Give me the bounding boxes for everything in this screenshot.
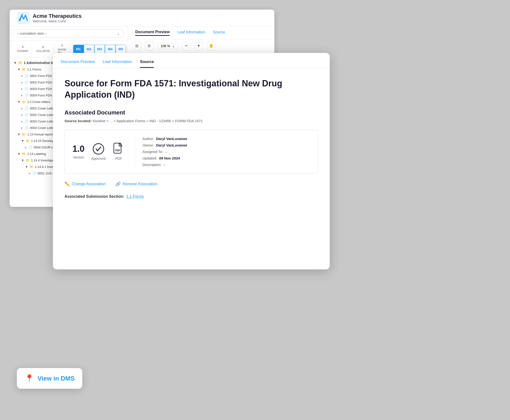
zoom-value: 108 % [160,44,170,48]
app-name: Acme Therapeutics [33,13,82,19]
link-off-icon: 🔗 [115,181,121,187]
collapse-label: COLLAPSE [36,50,50,52]
toc-file-label: 0004 DSUR n... [34,146,56,149]
associated-section-label: Associated Submission Section: [64,194,124,198]
bg-tab-leaf-information[interactable]: Leaf Information [177,30,205,35]
folder-icon: 📁 [26,139,30,143]
source-path: Kivotine > ... > Application Forms > IND… [93,119,203,123]
play-icon: ▶ [21,107,23,110]
file-icon: 📄 [28,146,32,149]
chevron-down-icon: ⌄ [172,44,175,48]
location-pin-icon: 📍 [24,374,34,383]
bg-tab-source[interactable]: Source [213,30,225,35]
document-alt-button[interactable]: 🗎 [145,42,153,50]
pdf-badge: PDF PDF [112,143,125,160]
assigned-value: – [165,150,167,154]
folder-arrow-icon: ▼ [14,61,17,65]
view-dms-label: View in DMS [38,375,75,382]
play-icon: ▶ [21,88,23,90]
toc-item-label: 1.2 Cover letters [27,100,50,104]
zoom-out-button[interactable]: − [182,42,191,50]
play-icon: ▶ [21,127,23,129]
pencil-icon: ✏️ [64,181,70,187]
m-tabs: M1 M2 M3 M4 M5 [73,45,126,53]
folder-arrow-icon: ▼ [17,68,21,71]
folder-icon: 📁 [18,61,22,65]
zoom-in-button[interactable]: + [194,42,203,50]
folder-arrow-icon: ▼ [21,139,24,143]
bg-document-tabs: Document Preview Leaf Information Source [128,26,274,39]
toc-item-label: 1.1 Forms [27,68,41,71]
tab-m3[interactable]: M3 [94,45,105,53]
associated-section: Associated Submission Section: 1.1 Forms [64,194,318,199]
updated-row: Updated: 09 Nov 2024 [143,156,187,160]
file-icon: 📄 [24,94,28,97]
file-icon: 📄 [24,81,28,84]
source-located-label: Source located: [64,119,92,123]
file-icon: 📄 [32,172,36,175]
file-icon: 📄 [24,87,28,91]
zoom-control[interactable]: 108 % ⌄ [157,43,178,49]
app-title-block: Acme Therapeutics Welcome, Marie Curie [33,13,82,23]
toc-item-label: 1.14 Labeling [27,152,46,156]
folder-icon: 📁 [22,152,26,156]
columns-button[interactable]: ⊞ [132,42,141,50]
associated-section-link[interactable]: 1.1 Forms [126,194,144,198]
tab-m4[interactable]: M4 [105,45,115,53]
main-source-panel: Document Preview Leaf Information Source… [53,53,330,270]
document-card: 1.0 Version Approved [64,130,318,174]
assigned-label: Assigned To: [143,150,163,154]
folder-arrow-icon: ▼ [17,133,21,136]
author-label: Author: [143,137,154,141]
tab-m5[interactable]: M5 [115,45,126,53]
expand-button[interactable]: ⇅ EXPAND [14,44,32,54]
file-icon: 📄 [24,106,28,110]
app-logo: Acme Therapeutics Welcome, Marie Curie [17,12,82,24]
expand-label: EXPAND [17,50,28,52]
main-tab-leaf-information[interactable]: Leaf Information [103,60,132,68]
owner-row: Owner: Daryl VanLuvanee [143,143,187,147]
remove-association-link[interactable]: 🔗 Remove Association [115,181,157,187]
play-icon: ▶ [21,94,23,97]
play-icon: ▶ [21,81,23,84]
preview-toolbar: ⊞ 🗎 108 % ⌄ − + ✋ [128,39,274,53]
main-tab-source[interactable]: Source [140,60,154,68]
approved-label: Approved [91,157,106,160]
view-in-dms-popup[interactable]: 📍 View in DMS [17,368,82,389]
updated-label: Updated: [143,156,157,160]
tab-m1[interactable]: M1 [73,45,84,53]
source-title: Source for Form FDA 1571: Investigationa… [64,78,318,101]
version-value: 1.0 [72,144,84,154]
remove-association-label: Remove Association [122,182,157,186]
change-association-link[interactable]: ✏️ Change Association [64,181,106,187]
file-icon: 📄 [24,126,28,130]
action-links: ✏️ Change Association 🔗 Remove Associati… [64,181,318,187]
author-row: Author: Daryl VanLuvanee [143,137,187,141]
owner-label: Owner: [143,143,154,147]
app-logo-icon [17,12,30,24]
bg-tab-document-preview[interactable]: Document Preview [135,30,170,36]
owner-value: Daryl VanLuvanee [156,143,187,147]
file-icon: 📄 [24,74,28,78]
svg-text:PDF: PDF [115,149,120,152]
toc-item-label: 1.13 Annual report [27,133,53,136]
folder-arrow-icon: ▼ [21,158,24,162]
file-icon: 📄 [24,120,28,123]
approved-icon [92,143,105,155]
main-tab-document-preview[interactable]: Document Preview [61,60,95,68]
description-value: – [164,163,166,167]
folder-arrow-icon: ▼ [17,152,21,156]
cumulative-view-dropdown[interactable]: – cumulative view – ⌄ [14,29,123,38]
change-association-label: Change Association [72,182,106,186]
main-content-area: Source for Form FDA 1571: Investigationa… [53,68,330,270]
play-icon: ▶ [29,172,31,175]
file-icon: 📄 [24,113,28,117]
play-icon: ▶ [21,120,23,123]
doc-meta: Author: Daryl VanLuvanee Owner: Daryl Va… [135,137,187,167]
hand-tool-button[interactable]: ✋ [207,42,216,50]
collapse-button[interactable]: ⇵ COLLAPSE [32,44,54,54]
folder-arrow-icon: ▼ [25,165,28,169]
tab-m2[interactable]: M2 [84,45,94,53]
app-subtitle: Welcome, Marie Curie [33,19,82,23]
source-located: Source located: Kivotine > ... > Applica… [64,119,318,123]
